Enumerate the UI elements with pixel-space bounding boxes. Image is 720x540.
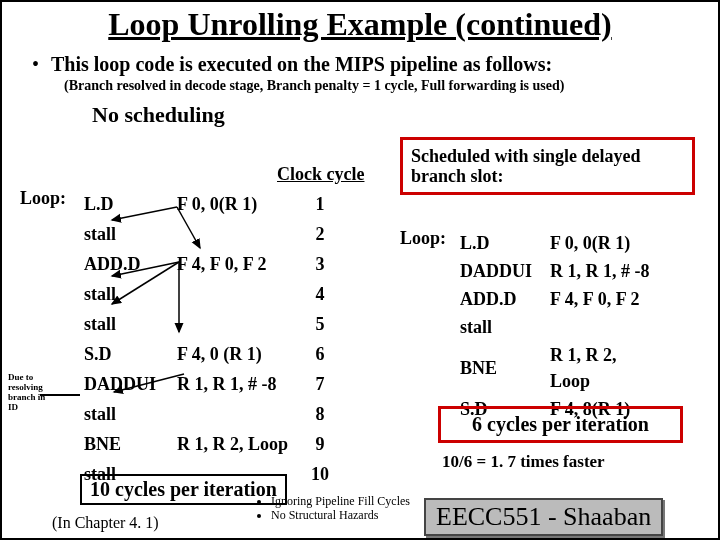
footnotes: Ignoring Pipeline Fill Cycles No Structu… bbox=[257, 494, 410, 522]
table-row: BNER 1, R 2, Loop bbox=[460, 342, 666, 394]
intro-text: This loop code is executed on the MIPS p… bbox=[51, 53, 552, 75]
table-row: stall bbox=[460, 314, 666, 340]
table-row: DADDUIR 1, R 1, # -8 bbox=[460, 258, 666, 284]
table-row: ADD.DF 4, F 0, F 2 bbox=[460, 286, 666, 312]
table-row: S.DF 4, 0 (R 1)6 bbox=[84, 340, 341, 368]
table-row: L.DF 0, 0(R 1)1 bbox=[84, 190, 341, 218]
scheduled-heading-box: Scheduled with single delayed branch slo… bbox=[400, 137, 695, 195]
table-row: stall2 bbox=[84, 220, 341, 248]
sidenote-connector bbox=[40, 394, 80, 396]
speedup-text: 10/6 = 1. 7 times faster bbox=[442, 452, 605, 472]
table-row: stall4 bbox=[84, 280, 341, 308]
table-row: stall8 bbox=[84, 400, 341, 428]
bullet-dot: • bbox=[32, 53, 46, 76]
loop1-label: Loop: bbox=[20, 188, 66, 209]
slide-frame: Loop Unrolling Example (continued) • Thi… bbox=[0, 0, 720, 540]
no-scheduling-heading: No scheduling bbox=[92, 102, 718, 128]
six-cycles-box: 6 cycles per iteration bbox=[438, 406, 683, 443]
table-row: stall5 bbox=[84, 310, 341, 338]
branch-resolve-note: Due to resolving branch in ID bbox=[8, 372, 48, 412]
no-sched-table: L.DF 0, 0(R 1)1 stall2 ADD.DF 4, F 0, F … bbox=[82, 188, 343, 490]
table-row: DADDUIR 1, R 1, # -87 bbox=[84, 370, 341, 398]
intro-bullet: • This loop code is executed on the MIPS… bbox=[32, 53, 688, 76]
clock-cycle-heading: Clock cycle bbox=[277, 164, 364, 185]
course-tag: EECC551 - Shaaban bbox=[424, 498, 663, 536]
assumption-note: (Branch resolved in decode stage, Branch… bbox=[64, 78, 688, 94]
footnote-item: No Structural Hazards bbox=[271, 508, 410, 522]
chapter-ref: (In Chapter 4. 1) bbox=[52, 514, 159, 532]
table-row: BNER 1, R 2, Loop9 bbox=[84, 430, 341, 458]
loop2-label: Loop: bbox=[400, 228, 446, 249]
table-row: ADD.DF 4, F 0, F 23 bbox=[84, 250, 341, 278]
scheduled-table: L.DF 0, 0(R 1) DADDUIR 1, R 1, # -8 ADD.… bbox=[458, 228, 668, 424]
table-row: L.DF 0, 0(R 1) bbox=[460, 230, 666, 256]
footnote-item: Ignoring Pipeline Fill Cycles bbox=[271, 494, 410, 508]
slide-title: Loop Unrolling Example (continued) bbox=[2, 6, 718, 43]
